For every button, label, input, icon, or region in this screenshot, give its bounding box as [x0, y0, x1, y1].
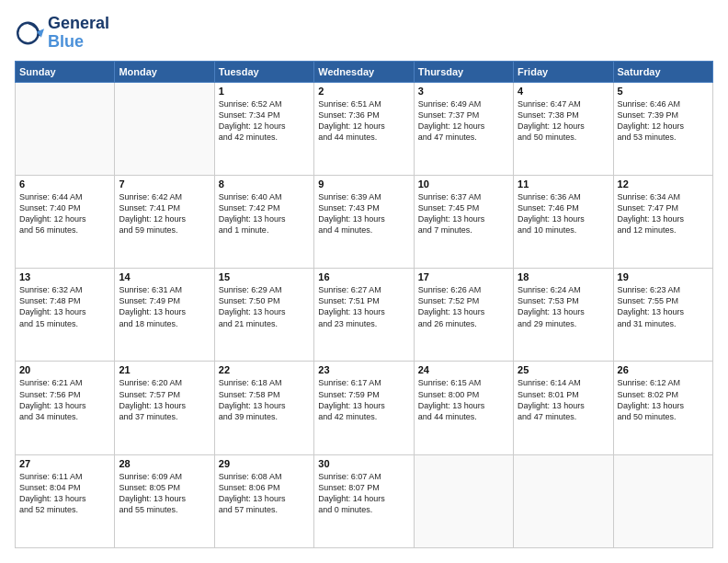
- day-info: Sunrise: 6:52 AM Sunset: 7:34 PM Dayligh…: [219, 98, 310, 144]
- calendar-cell: 22Sunrise: 6:18 AM Sunset: 7:58 PM Dayli…: [214, 362, 313, 454]
- day-number: 11: [518, 178, 609, 190]
- day-number: 1: [219, 86, 310, 97]
- day-info: Sunrise: 6:12 AM Sunset: 8:02 PM Dayligh…: [618, 377, 709, 422]
- calendar-cell: 9Sunrise: 6:39 AM Sunset: 7:43 PM Daylig…: [314, 175, 414, 268]
- calendar-cell: 21Sunrise: 6:20 AM Sunset: 7:57 PM Dayli…: [115, 362, 214, 454]
- day-info: Sunrise: 6:24 AM Sunset: 7:53 PM Dayligh…: [518, 284, 609, 329]
- day-number: 29: [219, 458, 310, 469]
- calendar-cell: 25Sunrise: 6:14 AM Sunset: 8:01 PM Dayli…: [514, 362, 613, 454]
- day-number: 8: [219, 178, 310, 190]
- day-info: Sunrise: 6:31 AM Sunset: 7:49 PM Dayligh…: [119, 284, 210, 329]
- calendar-cell: [613, 454, 712, 547]
- day-info: Sunrise: 6:44 AM Sunset: 7:40 PM Dayligh…: [19, 191, 110, 236]
- calendar-cell: 1Sunrise: 6:52 AM Sunset: 7:34 PM Daylig…: [214, 82, 313, 175]
- day-number: 19: [618, 271, 709, 282]
- calendar-cell: 3Sunrise: 6:49 AM Sunset: 7:37 PM Daylig…: [414, 82, 513, 175]
- day-header-wednesday: Wednesday: [314, 61, 414, 82]
- day-info: Sunrise: 6:40 AM Sunset: 7:42 PM Dayligh…: [219, 191, 310, 236]
- day-number: 3: [418, 86, 509, 97]
- calendar-cell: 26Sunrise: 6:12 AM Sunset: 8:02 PM Dayli…: [613, 362, 712, 454]
- day-info: Sunrise: 6:18 AM Sunset: 7:58 PM Dayligh…: [219, 377, 310, 422]
- day-number: 20: [19, 364, 110, 375]
- day-number: 22: [219, 364, 310, 375]
- day-number: 21: [119, 364, 210, 375]
- calendar-cell: 23Sunrise: 6:17 AM Sunset: 7:59 PM Dayli…: [314, 362, 414, 454]
- calendar-cell: 18Sunrise: 6:24 AM Sunset: 7:53 PM Dayli…: [514, 269, 613, 362]
- logo-text: General Blue: [48, 15, 109, 52]
- day-info: Sunrise: 6:29 AM Sunset: 7:50 PM Dayligh…: [219, 284, 310, 329]
- day-info: Sunrise: 6:39 AM Sunset: 7:43 PM Dayligh…: [318, 191, 409, 236]
- calendar-cell: [115, 82, 214, 175]
- day-number: 16: [318, 271, 409, 282]
- day-number: 26: [618, 364, 709, 375]
- day-number: 10: [418, 178, 509, 190]
- day-number: 28: [119, 458, 210, 469]
- calendar-cell: 6Sunrise: 6:44 AM Sunset: 7:40 PM Daylig…: [16, 175, 115, 268]
- calendar: SundayMondayTuesdayWednesdayThursdayFrid…: [15, 61, 713, 548]
- day-number: 5: [618, 86, 709, 97]
- day-header-thursday: Thursday: [414, 61, 513, 82]
- day-number: 25: [518, 364, 609, 375]
- calendar-cell: 5Sunrise: 6:46 AM Sunset: 7:39 PM Daylig…: [613, 82, 712, 175]
- calendar-cell: 28Sunrise: 6:09 AM Sunset: 8:05 PM Dayli…: [115, 454, 214, 547]
- day-number: 23: [318, 364, 409, 375]
- day-info: Sunrise: 6:36 AM Sunset: 7:46 PM Dayligh…: [518, 191, 609, 236]
- calendar-cell: 12Sunrise: 6:34 AM Sunset: 7:47 PM Dayli…: [613, 175, 712, 268]
- day-info: Sunrise: 6:14 AM Sunset: 8:01 PM Dayligh…: [518, 377, 609, 422]
- calendar-cell: [514, 454, 613, 547]
- calendar-cell: 8Sunrise: 6:40 AM Sunset: 7:42 PM Daylig…: [214, 175, 313, 268]
- day-number: 18: [518, 271, 609, 282]
- calendar-cell: 4Sunrise: 6:47 AM Sunset: 7:38 PM Daylig…: [514, 82, 613, 175]
- day-info: Sunrise: 6:46 AM Sunset: 7:39 PM Dayligh…: [618, 98, 709, 144]
- day-number: 15: [219, 271, 310, 282]
- day-number: 17: [418, 271, 509, 282]
- logo: General Blue: [15, 15, 109, 52]
- day-header-saturday: Saturday: [613, 61, 712, 82]
- day-number: 4: [518, 86, 609, 97]
- day-info: Sunrise: 6:32 AM Sunset: 7:48 PM Dayligh…: [19, 284, 110, 329]
- day-info: Sunrise: 6:27 AM Sunset: 7:51 PM Dayligh…: [318, 284, 409, 329]
- day-info: Sunrise: 6:42 AM Sunset: 7:41 PM Dayligh…: [119, 191, 210, 236]
- day-info: Sunrise: 6:49 AM Sunset: 7:37 PM Dayligh…: [418, 98, 509, 144]
- day-number: 14: [119, 271, 210, 282]
- day-number: 2: [318, 86, 409, 97]
- day-number: 24: [418, 364, 509, 375]
- calendar-cell: 17Sunrise: 6:26 AM Sunset: 7:52 PM Dayli…: [414, 269, 513, 362]
- day-number: 7: [119, 178, 210, 190]
- day-info: Sunrise: 6:37 AM Sunset: 7:45 PM Dayligh…: [418, 191, 509, 236]
- calendar-cell: 10Sunrise: 6:37 AM Sunset: 7:45 PM Dayli…: [414, 175, 513, 268]
- calendar-cell: 14Sunrise: 6:31 AM Sunset: 7:49 PM Dayli…: [115, 269, 214, 362]
- day-info: Sunrise: 6:07 AM Sunset: 8:07 PM Dayligh…: [318, 471, 409, 516]
- day-info: Sunrise: 6:26 AM Sunset: 7:52 PM Dayligh…: [418, 284, 509, 329]
- day-header-sunday: Sunday: [16, 61, 115, 82]
- calendar-cell: 27Sunrise: 6:11 AM Sunset: 8:04 PM Dayli…: [16, 454, 115, 547]
- calendar-cell: [414, 454, 513, 547]
- day-info: Sunrise: 6:47 AM Sunset: 7:38 PM Dayligh…: [518, 98, 609, 144]
- day-info: Sunrise: 6:20 AM Sunset: 7:57 PM Dayligh…: [119, 377, 210, 422]
- calendar-cell: 29Sunrise: 6:08 AM Sunset: 8:06 PM Dayli…: [214, 454, 313, 547]
- day-info: Sunrise: 6:17 AM Sunset: 7:59 PM Dayligh…: [318, 377, 409, 422]
- day-header-monday: Monday: [115, 61, 214, 82]
- calendar-cell: 16Sunrise: 6:27 AM Sunset: 7:51 PM Dayli…: [314, 269, 414, 362]
- day-number: 13: [19, 271, 110, 282]
- day-number: 6: [19, 178, 110, 190]
- day-number: 12: [618, 178, 709, 190]
- day-number: 27: [19, 458, 110, 469]
- day-info: Sunrise: 6:51 AM Sunset: 7:36 PM Dayligh…: [318, 98, 409, 144]
- day-info: Sunrise: 6:21 AM Sunset: 7:56 PM Dayligh…: [19, 377, 110, 422]
- day-header-friday: Friday: [514, 61, 613, 82]
- day-info: Sunrise: 6:09 AM Sunset: 8:05 PM Dayligh…: [119, 471, 210, 516]
- calendar-cell: 20Sunrise: 6:21 AM Sunset: 7:56 PM Dayli…: [16, 362, 115, 454]
- calendar-cell: 7Sunrise: 6:42 AM Sunset: 7:41 PM Daylig…: [115, 175, 214, 268]
- calendar-cell: 2Sunrise: 6:51 AM Sunset: 7:36 PM Daylig…: [314, 82, 414, 175]
- calendar-cell: 15Sunrise: 6:29 AM Sunset: 7:50 PM Dayli…: [214, 269, 313, 362]
- day-info: Sunrise: 6:23 AM Sunset: 7:55 PM Dayligh…: [618, 284, 709, 329]
- day-info: Sunrise: 6:11 AM Sunset: 8:04 PM Dayligh…: [19, 471, 110, 516]
- day-number: 30: [318, 458, 409, 469]
- calendar-cell: 30Sunrise: 6:07 AM Sunset: 8:07 PM Dayli…: [314, 454, 414, 547]
- calendar-cell: 11Sunrise: 6:36 AM Sunset: 7:46 PM Dayli…: [514, 175, 613, 268]
- calendar-cell: 13Sunrise: 6:32 AM Sunset: 7:48 PM Dayli…: [16, 269, 115, 362]
- calendar-cell: 24Sunrise: 6:15 AM Sunset: 8:00 PM Dayli…: [414, 362, 513, 454]
- calendar-cell: 19Sunrise: 6:23 AM Sunset: 7:55 PM Dayli…: [613, 269, 712, 362]
- day-info: Sunrise: 6:15 AM Sunset: 8:00 PM Dayligh…: [418, 377, 509, 422]
